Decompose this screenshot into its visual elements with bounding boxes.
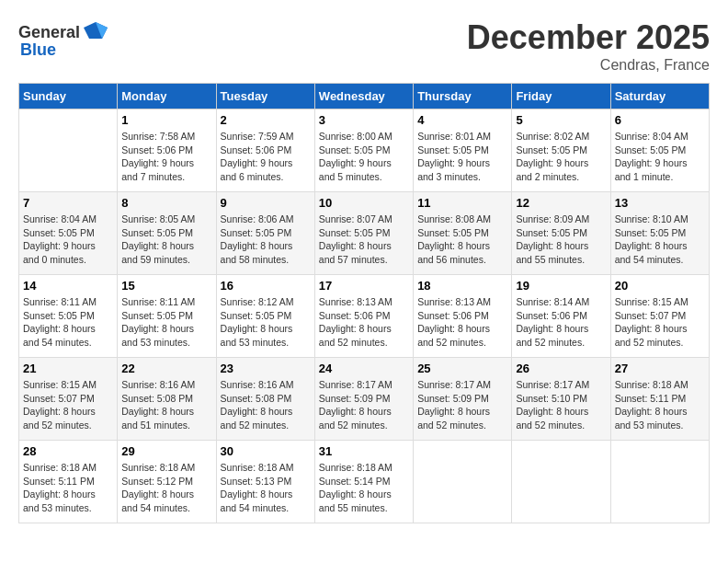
day-number: 11 xyxy=(417,196,507,210)
header-sunday: Sunday xyxy=(19,84,118,109)
day-info: Sunrise: 8:15 AMSunset: 5:07 PMDaylight:… xyxy=(23,378,113,432)
calendar-cell: 11Sunrise: 8:08 AMSunset: 5:05 PMDayligh… xyxy=(414,192,512,275)
calendar-header-row: SundayMondayTuesdayWednesdayThursdayFrid… xyxy=(19,84,710,109)
day-info: Sunrise: 8:04 AMSunset: 5:05 PMDaylight:… xyxy=(615,130,705,184)
calendar-cell: 27Sunrise: 8:18 AMSunset: 5:11 PMDayligh… xyxy=(610,358,709,441)
day-info: Sunrise: 8:18 AMSunset: 5:12 PMDaylight:… xyxy=(121,461,211,515)
calendar-cell: 7Sunrise: 8:04 AMSunset: 5:05 PMDaylight… xyxy=(19,192,118,275)
day-number: 31 xyxy=(319,444,409,458)
day-info: Sunrise: 8:18 AMSunset: 5:11 PMDaylight:… xyxy=(23,461,113,515)
page-header: General Blue December 2025 Cendras, Fran… xyxy=(18,18,710,74)
day-number: 19 xyxy=(516,279,606,293)
title-block: December 2025 Cendras, France xyxy=(467,18,710,74)
calendar-cell: 31Sunrise: 8:18 AMSunset: 5:14 PMDayligh… xyxy=(314,441,413,523)
header-thursday: Thursday xyxy=(414,84,512,109)
day-info: Sunrise: 8:01 AMSunset: 5:05 PMDaylight:… xyxy=(417,130,507,184)
day-number: 24 xyxy=(319,362,409,375)
calendar-cell xyxy=(19,109,118,192)
day-info: Sunrise: 7:59 AMSunset: 5:06 PMDaylight:… xyxy=(221,130,311,184)
week-row-0: 1Sunrise: 7:58 AMSunset: 5:06 PMDaylight… xyxy=(19,109,710,192)
header-tuesday: Tuesday xyxy=(216,84,314,109)
day-number: 7 xyxy=(23,196,113,210)
calendar-cell: 14Sunrise: 8:11 AMSunset: 5:05 PMDayligh… xyxy=(19,275,118,358)
day-number: 28 xyxy=(23,444,113,458)
calendar-cell: 9Sunrise: 8:06 AMSunset: 5:05 PMDaylight… xyxy=(216,192,314,275)
day-number: 9 xyxy=(221,196,311,210)
day-number: 3 xyxy=(319,113,409,127)
day-number: 6 xyxy=(615,113,705,127)
day-number: 17 xyxy=(319,279,409,293)
calendar-cell: 2Sunrise: 7:59 AMSunset: 5:06 PMDaylight… xyxy=(216,109,314,192)
day-number: 4 xyxy=(417,113,507,127)
day-info: Sunrise: 8:11 AMSunset: 5:05 PMDaylight:… xyxy=(121,295,211,350)
day-info: Sunrise: 7:58 AMSunset: 5:06 PMDaylight:… xyxy=(121,130,211,184)
day-info: Sunrise: 8:17 AMSunset: 5:10 PMDaylight:… xyxy=(516,378,606,432)
day-info: Sunrise: 8:18 AMSunset: 5:11 PMDaylight:… xyxy=(615,378,705,432)
logo: General Blue xyxy=(18,18,109,60)
day-number: 5 xyxy=(516,113,606,127)
day-info: Sunrise: 8:02 AMSunset: 5:05 PMDaylight:… xyxy=(516,130,606,184)
day-number: 15 xyxy=(121,279,211,293)
week-row-4: 28Sunrise: 8:18 AMSunset: 5:11 PMDayligh… xyxy=(19,441,710,523)
calendar-cell: 25Sunrise: 8:17 AMSunset: 5:09 PMDayligh… xyxy=(414,358,512,441)
calendar-cell: 8Sunrise: 8:05 AMSunset: 5:05 PMDaylight… xyxy=(118,192,216,275)
day-info: Sunrise: 8:07 AMSunset: 5:05 PMDaylight:… xyxy=(319,213,409,267)
day-info: Sunrise: 8:18 AMSunset: 5:13 PMDaylight:… xyxy=(221,461,311,515)
month-title: December 2025 xyxy=(467,18,710,57)
calendar-body: 1Sunrise: 7:58 AMSunset: 5:06 PMDaylight… xyxy=(19,109,710,523)
day-number: 12 xyxy=(516,196,606,210)
day-info: Sunrise: 8:10 AMSunset: 5:05 PMDaylight:… xyxy=(615,213,705,267)
day-number: 21 xyxy=(23,362,113,375)
day-number: 30 xyxy=(221,444,311,458)
week-row-3: 21Sunrise: 8:15 AMSunset: 5:07 PMDayligh… xyxy=(19,358,710,441)
day-number: 29 xyxy=(121,444,211,458)
location-title: Cendras, France xyxy=(467,57,710,74)
calendar-cell: 20Sunrise: 8:15 AMSunset: 5:07 PMDayligh… xyxy=(610,275,709,358)
calendar-cell: 13Sunrise: 8:10 AMSunset: 5:05 PMDayligh… xyxy=(610,192,709,275)
calendar-cell: 3Sunrise: 8:00 AMSunset: 5:05 PMDaylight… xyxy=(314,109,413,192)
calendar-cell: 6Sunrise: 8:04 AMSunset: 5:05 PMDaylight… xyxy=(610,109,709,192)
day-info: Sunrise: 8:15 AMSunset: 5:07 PMDaylight:… xyxy=(615,295,705,350)
day-info: Sunrise: 8:09 AMSunset: 5:05 PMDaylight:… xyxy=(516,213,606,267)
day-info: Sunrise: 8:16 AMSunset: 5:08 PMDaylight:… xyxy=(221,378,311,432)
day-number: 10 xyxy=(319,196,409,210)
week-row-1: 7Sunrise: 8:04 AMSunset: 5:05 PMDaylight… xyxy=(19,192,710,275)
week-row-2: 14Sunrise: 8:11 AMSunset: 5:05 PMDayligh… xyxy=(19,275,710,358)
day-number: 20 xyxy=(615,279,705,293)
logo-icon xyxy=(82,18,109,46)
calendar-cell xyxy=(414,441,512,523)
day-number: 16 xyxy=(221,279,311,293)
day-info: Sunrise: 8:06 AMSunset: 5:05 PMDaylight:… xyxy=(221,213,311,267)
calendar-cell: 29Sunrise: 8:18 AMSunset: 5:12 PMDayligh… xyxy=(118,441,216,523)
day-number: 13 xyxy=(615,196,705,210)
day-info: Sunrise: 8:05 AMSunset: 5:05 PMDaylight:… xyxy=(121,213,211,267)
calendar-cell: 26Sunrise: 8:17 AMSunset: 5:10 PMDayligh… xyxy=(512,358,610,441)
calendar-cell: 10Sunrise: 8:07 AMSunset: 5:05 PMDayligh… xyxy=(314,192,413,275)
header-friday: Friday xyxy=(512,84,610,109)
day-info: Sunrise: 8:16 AMSunset: 5:08 PMDaylight:… xyxy=(121,378,211,432)
day-info: Sunrise: 8:17 AMSunset: 5:09 PMDaylight:… xyxy=(319,378,409,432)
day-number: 14 xyxy=(23,279,113,293)
logo-blue: Blue xyxy=(20,40,56,60)
calendar-cell: 16Sunrise: 8:12 AMSunset: 5:05 PMDayligh… xyxy=(216,275,314,358)
day-number: 2 xyxy=(221,113,311,127)
day-info: Sunrise: 8:04 AMSunset: 5:05 PMDaylight:… xyxy=(23,213,113,267)
calendar-cell xyxy=(512,441,610,523)
calendar-cell: 28Sunrise: 8:18 AMSunset: 5:11 PMDayligh… xyxy=(19,441,118,523)
day-number: 18 xyxy=(417,279,507,293)
calendar-cell: 18Sunrise: 8:13 AMSunset: 5:06 PMDayligh… xyxy=(414,275,512,358)
day-number: 23 xyxy=(221,362,311,375)
day-info: Sunrise: 8:13 AMSunset: 5:06 PMDaylight:… xyxy=(319,295,409,350)
calendar-cell: 19Sunrise: 8:14 AMSunset: 5:06 PMDayligh… xyxy=(512,275,610,358)
calendar-cell: 5Sunrise: 8:02 AMSunset: 5:05 PMDaylight… xyxy=(512,109,610,192)
day-number: 8 xyxy=(121,196,211,210)
calendar-table: SundayMondayTuesdayWednesdayThursdayFrid… xyxy=(18,83,710,523)
header-wednesday: Wednesday xyxy=(314,84,413,109)
day-info: Sunrise: 8:17 AMSunset: 5:09 PMDaylight:… xyxy=(417,378,507,432)
day-number: 25 xyxy=(417,362,507,375)
day-info: Sunrise: 8:12 AMSunset: 5:05 PMDaylight:… xyxy=(221,295,311,350)
day-info: Sunrise: 8:18 AMSunset: 5:14 PMDaylight:… xyxy=(319,461,409,515)
day-info: Sunrise: 8:13 AMSunset: 5:06 PMDaylight:… xyxy=(417,295,507,350)
day-number: 22 xyxy=(121,362,211,375)
day-number: 26 xyxy=(516,362,606,375)
